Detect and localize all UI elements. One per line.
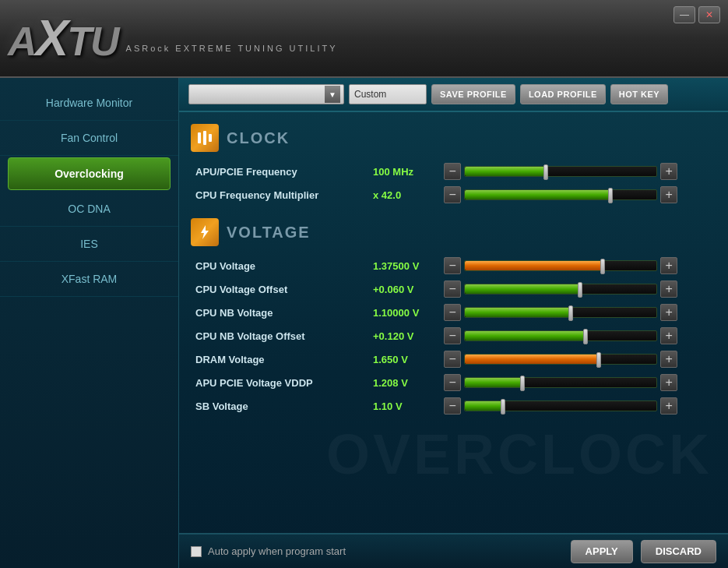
param-value: 1.10 V [368, 394, 439, 418]
title-bar: AXTU ASRock EXTREME TUNING UTILITY — ✕ [0, 0, 728, 78]
main-container: Hardware Monitor Fan Control Overclockin… [0, 78, 728, 568]
bottom-bar: Auto apply when program start APPLY DISC… [179, 533, 728, 568]
clock-section-header: CLOCK [191, 124, 716, 152]
param-name: CPU Voltage [191, 254, 368, 277]
param-value: 1.37500 V [368, 254, 439, 277]
slider-minus-button[interactable]: − [444, 280, 461, 298]
param-value: +0.120 V [368, 324, 439, 348]
auto-apply-area: Auto apply when program start [191, 545, 563, 557]
param-name: CPU NB Voltage Offset [191, 324, 368, 348]
voltage-section-header: VOLTAGE [191, 218, 716, 246]
hotkey-button[interactable]: HOT KEY [610, 84, 668, 104]
param-name: APU/PCIE Frequency [191, 160, 368, 183]
slider-thumb[interactable] [596, 352, 601, 368]
slider-thumb[interactable] [578, 282, 582, 298]
svg-rect-1 [203, 131, 206, 145]
slider-row: CPU Frequency Multiplierx 42.0−+ [191, 183, 716, 206]
auto-apply-label: Auto apply when program start [208, 545, 346, 557]
clock-section-title: CLOCK [227, 129, 290, 147]
logo-area: AXTU ASRock EXTREME TUNING UTILITY [8, 9, 338, 67]
slider-minus-button[interactable]: − [444, 397, 461, 415]
slider-minus-button[interactable]: − [444, 163, 461, 180]
slider-plus-button[interactable]: + [660, 397, 677, 415]
param-value: 1.650 V [368, 348, 439, 371]
slider-minus-button[interactable]: − [444, 374, 461, 391]
slider-plus-button[interactable]: + [660, 327, 677, 344]
slider-thumb[interactable] [543, 164, 548, 180]
voltage-sliders: CPU Voltage1.37500 V−+CPU Voltage Offset… [191, 254, 716, 418]
profile-bar: ▼ SAVE PROFILE LOAD PROFILE HOT KEY [179, 78, 728, 112]
param-name: APU PCIE Voltage VDDP [191, 371, 368, 394]
slider-thumb[interactable] [520, 376, 525, 391]
profile-dropdown[interactable]: ▼ [188, 84, 344, 104]
discard-button[interactable]: DISCARD [641, 540, 716, 563]
slider-minus-button[interactable]: − [444, 327, 461, 344]
sidebar-item-fan-control[interactable]: Fan Control [0, 121, 178, 156]
slider-row: SB Voltage1.10 V−+ [191, 394, 716, 418]
param-name: SB Voltage [191, 394, 368, 418]
save-profile-button[interactable]: SAVE PROFILE [431, 84, 515, 104]
voltage-icon [191, 218, 219, 246]
sidebar-item-ies[interactable]: IES [0, 227, 178, 262]
clock-sliders: APU/PCIE Frequency100 MHz−+CPU Frequency… [191, 160, 716, 206]
sidebar-item-xfast-ram[interactable]: XFast RAM [0, 262, 178, 297]
slider-thumb[interactable] [568, 305, 573, 321]
slider-thumb[interactable] [583, 329, 588, 344]
app-subtitle: ASRock EXTREME TUNING UTILITY [126, 44, 338, 53]
slider-row: CPU NB Voltage Offset+0.120 V−+ [191, 324, 716, 348]
slider-row: APU/PCIE Frequency100 MHz−+ [191, 160, 716, 183]
close-button[interactable]: ✕ [698, 6, 720, 23]
profile-dropdown-arrow[interactable]: ▼ [325, 86, 340, 103]
slider-plus-button[interactable]: + [660, 374, 677, 391]
slider-row: CPU Voltage1.37500 V−+ [191, 254, 716, 277]
sidebar-item-overclocking[interactable]: Overclocking [8, 157, 171, 190]
app-logo: AXTU [8, 9, 118, 67]
content-area: ▼ SAVE PROFILE LOAD PROFILE HOT KEY CLOC… [179, 78, 728, 568]
param-value: x 42.0 [368, 183, 439, 206]
slider-thumb[interactable] [501, 399, 505, 415]
param-value: 1.208 V [368, 371, 439, 394]
param-name: CPU Frequency Multiplier [191, 183, 368, 206]
slider-plus-button[interactable]: + [660, 304, 677, 321]
svg-rect-0 [198, 132, 201, 143]
voltage-section-title: VOLTAGE [227, 224, 311, 242]
svg-rect-2 [209, 134, 212, 142]
watermark: OVERCLOCK [326, 422, 712, 486]
slider-plus-button[interactable]: + [660, 280, 677, 298]
apply-button[interactable]: APPLY [571, 540, 633, 563]
slider-minus-button[interactable]: − [444, 304, 461, 321]
param-value: 1.10000 V [368, 301, 439, 324]
param-name: CPU Voltage Offset [191, 277, 368, 301]
sidebar-item-hardware-monitor[interactable]: Hardware Monitor [0, 86, 178, 121]
sidebar: Hardware Monitor Fan Control Overclockin… [0, 78, 179, 568]
clock-icon [191, 124, 219, 152]
sidebar-item-oc-dna[interactable]: OC DNA [0, 192, 178, 227]
slider-plus-button[interactable]: + [660, 186, 677, 203]
slider-plus-button[interactable]: + [660, 351, 677, 368]
minimize-button[interactable]: — [673, 6, 695, 23]
param-value: 100 MHz [368, 160, 439, 183]
window-controls: — ✕ [673, 6, 720, 23]
slider-minus-button[interactable]: − [444, 351, 461, 368]
param-value: +0.060 V [368, 277, 439, 301]
slider-row: APU PCIE Voltage VDDP1.208 V−+ [191, 371, 716, 394]
slider-row: CPU NB Voltage1.10000 V−+ [191, 301, 716, 324]
slider-row: DRAM Voltage1.650 V−+ [191, 348, 716, 371]
param-name: CPU NB Voltage [191, 301, 368, 324]
auto-apply-checkbox[interactable] [191, 546, 202, 557]
slider-thumb[interactable] [608, 188, 613, 203]
profile-name-input[interactable] [349, 84, 427, 104]
slider-minus-button[interactable]: − [444, 186, 461, 203]
load-profile-button[interactable]: LOAD PROFILE [520, 84, 606, 104]
slider-thumb[interactable] [600, 259, 605, 274]
slider-plus-button[interactable]: + [660, 163, 677, 180]
slider-minus-button[interactable]: − [444, 257, 461, 274]
content-main: CLOCK APU/PCIE Frequency100 MHz−+CPU Fre… [179, 112, 728, 533]
slider-plus-button[interactable]: + [660, 257, 677, 274]
param-name: DRAM Voltage [191, 348, 368, 371]
slider-row: CPU Voltage Offset+0.060 V−+ [191, 277, 716, 301]
